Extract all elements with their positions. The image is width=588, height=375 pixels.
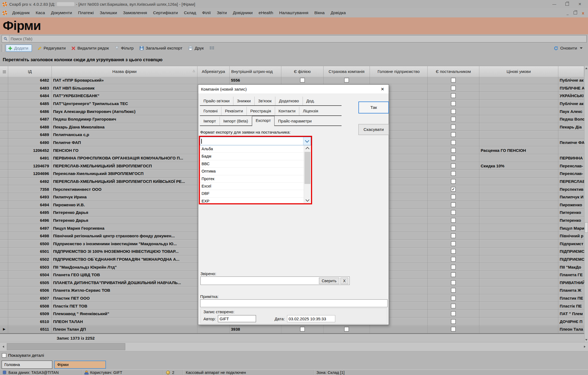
menu-item[interactable]: eHealth — [256, 9, 276, 16]
supplier-checkbox[interactable]: ✓ — [451, 86, 456, 90]
group-by-hint-zone[interactable]: Перетягніть заголовок колонки сюди для у… — [0, 53, 588, 66]
combobox-dropdown-button[interactable] — [303, 137, 311, 145]
dialog-tab[interactable]: Імпорт (Beta) — [220, 117, 252, 125]
supplier-checkbox[interactable]: ✓ — [451, 296, 456, 300]
supplier-checkbox[interactable]: ✓ — [451, 195, 456, 199]
vertical-scroll-thumb[interactable] — [585, 222, 588, 233]
dialog-tab[interactable]: Контакти — [275, 107, 299, 115]
dialog-tab[interactable]: Імпорт — [200, 117, 220, 125]
supplier-checkbox[interactable]: ✓ — [451, 171, 456, 176]
edit-button[interactable]: Редагувати — [38, 46, 66, 51]
dropdown-scroll-thumb[interactable] — [304, 152, 310, 184]
dropdown-option[interactable]: Альба — [200, 145, 304, 153]
supplier-checkbox[interactable]: ✓ — [451, 218, 456, 223]
scroll-right-arrow[interactable] — [582, 343, 587, 350]
tab-firms[interactable]: Фірми — [54, 361, 106, 369]
supplier-checkbox[interactable]: ✓ — [451, 187, 456, 192]
filter-button[interactable]: Фільтр — [115, 46, 134, 51]
dropdown-option[interactable]: DBF — [200, 190, 304, 197]
menu-item[interactable]: Документи — [48, 9, 75, 16]
minimize-icon[interactable]: — — [552, 2, 556, 6]
dropdown-option[interactable]: Протек — [200, 175, 304, 183]
supplier-checkbox[interactable]: ✓ — [451, 78, 456, 82]
supplier-checkbox[interactable]: ✓ — [451, 164, 456, 168]
ok-button[interactable]: Так — [358, 102, 389, 113]
scroll-up-arrow[interactable] — [585, 66, 588, 70]
supplier-checkbox[interactable]: ✓ — [451, 280, 456, 285]
supplier-checkbox[interactable]: ✓ — [451, 179, 456, 184]
note-input[interactable] — [200, 300, 314, 308]
header-supplier[interactable]: Є постачальником — [428, 66, 479, 77]
supplier-checkbox[interactable]: ✓ — [451, 156, 456, 160]
supplier-checkbox[interactable]: ✓ — [451, 265, 456, 269]
dialog-tab[interactable]: Прайс-параметри — [275, 117, 315, 125]
supplier-checkbox[interactable]: ✓ — [451, 304, 456, 308]
header-price-terms[interactable]: Цінові умови — [479, 66, 558, 77]
search-box[interactable] — [2, 35, 587, 42]
dialog-tab[interactable]: Реєстрація — [247, 107, 275, 115]
export-button[interactable]: Загальний експорт — [139, 46, 182, 51]
menu-item[interactable]: Склад — [181, 9, 199, 16]
supplier-checkbox[interactable]: ✓ — [451, 148, 456, 153]
horizontal-scroll-thumb[interactable] — [7, 343, 125, 350]
search-input[interactable] — [9, 36, 586, 41]
supplier-checkbox[interactable]: ✓ — [451, 132, 456, 137]
header-id[interactable]: ІД — [8, 66, 52, 77]
scroll-down-arrow[interactable] — [585, 338, 588, 342]
dropdown-scroll-down-icon[interactable] — [304, 197, 311, 203]
menu-item[interactable]: Звіти — [214, 9, 230, 16]
supplier-checkbox[interactable]: ✓ — [451, 319, 456, 324]
columns-button[interactable] — [209, 46, 214, 50]
supplier-checkbox[interactable]: ✓ — [451, 140, 456, 145]
menu-item[interactable]: Замовлення — [120, 9, 150, 16]
supplier-checkbox[interactable]: ✓ — [451, 117, 456, 121]
dropdown-option[interactable]: Оптима — [200, 168, 304, 175]
supplier-checkbox[interactable]: ✓ — [451, 101, 456, 106]
insurance-checkbox[interactable] — [344, 327, 349, 331]
supplier-checkbox[interactable]: ✓ — [451, 210, 456, 215]
refresh-dropdown-caret[interactable] — [580, 47, 583, 49]
horizontal-scrollbar[interactable] — [0, 342, 588, 351]
menu-item[interactable]: Платежі — [75, 9, 97, 16]
branch-checkbox[interactable] — [300, 78, 305, 82]
mdi-close-icon[interactable]: x — [582, 11, 584, 15]
dialog-tab[interactable]: Прайс-зв'язки — [200, 97, 233, 105]
supplier-checkbox[interactable]: ✓ — [451, 233, 456, 238]
supplier-checkbox[interactable]: ✓ — [451, 241, 456, 246]
supplier-checkbox[interactable]: ✓ — [451, 125, 456, 129]
add-button[interactable]: Додати — [6, 45, 32, 52]
dropdown-scrollbar[interactable] — [304, 145, 311, 203]
supplier-checkbox[interactable]: ✓ — [451, 311, 456, 316]
header-main-company[interactable]: Головне підприємство — [370, 66, 428, 77]
export-format-combobox[interactable] — [200, 137, 311, 145]
supplier-checkbox[interactable]: ✓ — [451, 226, 456, 230]
verified-input[interactable] — [201, 277, 291, 285]
dialog-tab[interactable]: Ліцензія — [299, 107, 322, 115]
date-input[interactable] — [287, 315, 335, 322]
verify-clear-button[interactable]: X — [340, 278, 348, 284]
supplier-checkbox[interactable]: ✓ — [451, 249, 456, 254]
vertical-scrollbar[interactable] — [584, 66, 588, 342]
menu-item[interactable]: Довідник — [9, 9, 33, 16]
supplier-checkbox[interactable]: ✓ — [451, 257, 456, 262]
menu-item[interactable]: Сертифікати — [150, 9, 181, 16]
dropdown-option[interactable]: EXP — [200, 198, 304, 205]
branch-checkbox[interactable] — [300, 327, 305, 331]
header-branch[interactable]: Є філією — [281, 66, 324, 77]
cancel-button[interactable]: Скасувати — [358, 124, 389, 135]
show-details-checkbox[interactable] — [2, 353, 6, 358]
supplier-checkbox[interactable]: ✓ — [451, 288, 456, 293]
supplier-checkbox[interactable]: ✓ — [451, 109, 456, 114]
author-input[interactable] — [218, 315, 256, 322]
menu-item[interactable]: Філії — [199, 9, 214, 16]
close-icon[interactable]: ✕ — [578, 2, 581, 6]
menu-item[interactable]: Довідка — [328, 9, 349, 16]
dropdown-scroll-up-icon[interactable] — [304, 145, 311, 151]
dialog-tab[interactable]: Дод. — [303, 97, 318, 105]
print-button[interactable]: Друк — [188, 46, 204, 51]
toolbar-grip-handle[interactable] — [1, 45, 4, 52]
menu-item[interactable]: Каса — [33, 9, 48, 16]
header-full-name[interactable] — [558, 66, 584, 77]
dialog-tab[interactable]: Зв'язок — [255, 97, 276, 105]
scroll-left-arrow[interactable] — [1, 343, 6, 350]
